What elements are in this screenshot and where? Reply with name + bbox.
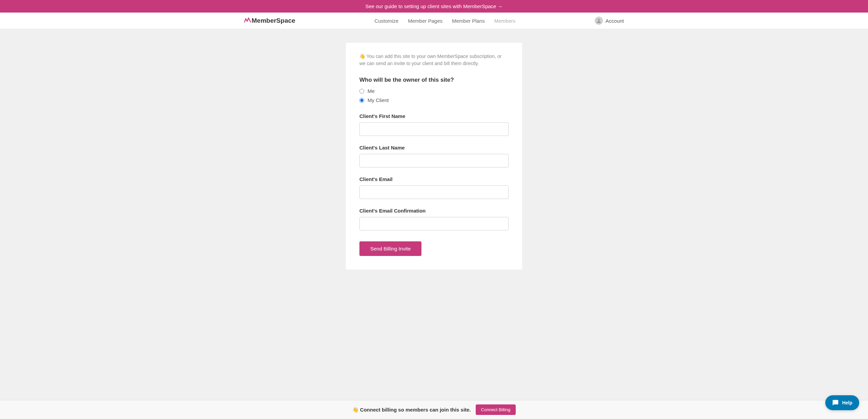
nav-links: Customize Member Pages Member Plans Memb… (374, 18, 515, 24)
intro-text: 👋 You can add this site to your own Memb… (359, 53, 509, 67)
radio-client-input[interactable] (359, 98, 364, 103)
header-inner: MemberSpace Customize Member Pages Membe… (231, 17, 637, 25)
account-label: Account (606, 18, 624, 24)
guide-banner-text: See our guide to setting up client sites… (365, 3, 502, 9)
first-name-input[interactable] (359, 122, 509, 136)
help-label: Help (842, 400, 852, 405)
owner-radio-group: Me My Client (359, 88, 509, 103)
first-name-field: Client's First Name (359, 113, 509, 136)
connect-billing-button[interactable]: Connect Billing (476, 404, 516, 415)
avatar-icon (595, 17, 603, 25)
logo-text: MemberSpace (252, 17, 295, 24)
svg-point-0 (598, 19, 599, 21)
email-confirm-field: Client's Email Confirmation (359, 208, 509, 231)
owner-question: Who will be the owner of this site? (359, 77, 509, 83)
email-confirm-input[interactable] (359, 217, 509, 231)
radio-option-me[interactable]: Me (359, 88, 509, 94)
email-input[interactable] (359, 185, 509, 199)
logo[interactable]: MemberSpace (244, 17, 295, 24)
billing-footer: 👋 Connect billing so members can join th… (0, 400, 868, 419)
billing-footer-text: 👋 Connect billing so members can join th… (352, 407, 471, 413)
last-name-label: Client's Last Name (359, 145, 509, 151)
nav-members[interactable]: Members (494, 18, 516, 24)
radio-client-label: My Client (368, 97, 389, 103)
last-name-field: Client's Last Name (359, 145, 509, 167)
logo-icon (244, 17, 251, 24)
form-card: 👋 You can add this site to your own Memb… (346, 43, 522, 270)
account-section[interactable]: Account (595, 17, 624, 25)
nav-member-plans[interactable]: Member Plans (452, 18, 485, 24)
nav-customize[interactable]: Customize (374, 18, 398, 24)
radio-me-input[interactable] (359, 89, 364, 94)
email-field: Client's Email (359, 176, 509, 199)
radio-option-client[interactable]: My Client (359, 97, 509, 103)
send-billing-invite-button[interactable]: Send Billing Invite (359, 241, 421, 256)
radio-me-label: Me (368, 88, 375, 94)
nav-member-pages[interactable]: Member Pages (408, 18, 442, 24)
first-name-label: Client's First Name (359, 113, 509, 119)
main-header: MemberSpace Customize Member Pages Membe… (0, 13, 868, 29)
content-area: 👋 You can add this site to your own Memb… (0, 29, 868, 303)
help-button[interactable]: Help (825, 395, 859, 410)
email-label: Client's Email (359, 176, 509, 182)
guide-banner[interactable]: See our guide to setting up client sites… (0, 0, 868, 13)
last-name-input[interactable] (359, 154, 509, 167)
email-confirm-label: Client's Email Confirmation (359, 208, 509, 214)
help-icon (832, 399, 839, 406)
